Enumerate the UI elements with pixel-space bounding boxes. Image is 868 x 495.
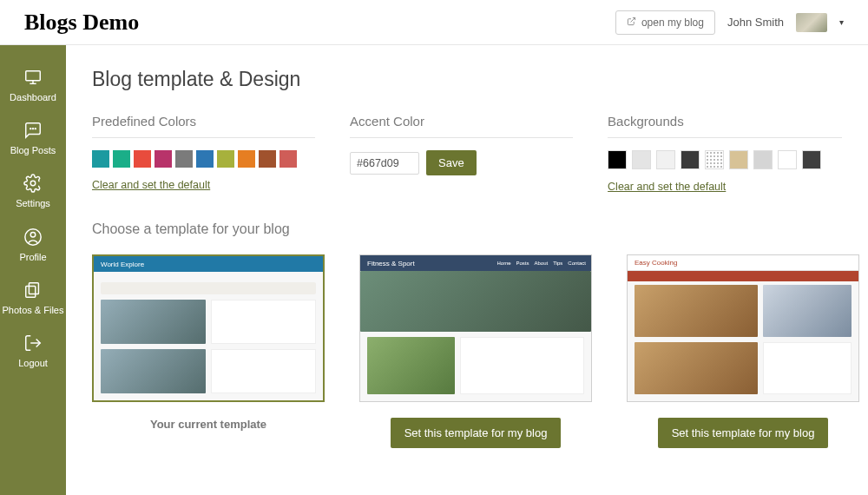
user-menu-caret-icon[interactable]: ▾ <box>839 17 844 27</box>
predefined-color-swatch-3[interactable] <box>155 150 172 168</box>
sidebar-item-label: Settings <box>16 198 50 209</box>
template-thumbnail-3[interactable]: Easy Cooking <box>627 254 859 402</box>
predefined-color-swatch-1[interactable] <box>113 150 130 168</box>
thumb-placeholder <box>101 349 206 393</box>
design-options-row: Predefined Colors Clear and set the defa… <box>92 114 842 194</box>
sidebar: Dashboard Blog Posts Settings Profile Ph… <box>0 45 66 495</box>
thumb-nav: HomePostsAboutTipsContact <box>496 261 586 266</box>
svg-rect-1 <box>26 71 41 81</box>
thumb-title: Easy Cooking <box>628 255 858 271</box>
divider <box>350 137 573 138</box>
thumb-grid <box>101 300 316 393</box>
thumb-subbar <box>628 271 858 281</box>
predefined-color-swatch-8[interactable] <box>259 150 276 168</box>
thumb-placeholder <box>460 337 584 394</box>
background-swatch-2[interactable] <box>656 150 675 169</box>
thumb-placeholder <box>360 271 591 332</box>
header-right: open my blog John Smith ▾ <box>615 10 844 35</box>
main-content: Blog template & Design Predefined Colors… <box>66 45 868 495</box>
background-swatch-5[interactable] <box>729 150 748 169</box>
divider <box>92 137 315 138</box>
predefined-colors-heading: Predefined Colors <box>92 114 315 129</box>
svg-point-5 <box>33 129 34 129</box>
monitor-icon <box>23 68 43 89</box>
thumb-body <box>635 285 852 394</box>
backgrounds-heading: Backgrounds <box>608 114 842 129</box>
sidebar-item-settings[interactable]: Settings <box>0 165 66 218</box>
predefined-color-swatch-9[interactable] <box>279 150 297 168</box>
svg-point-7 <box>30 182 36 187</box>
thumb-placeholder <box>763 342 852 394</box>
open-my-blog-button[interactable]: open my blog <box>615 10 715 35</box>
backgrounds-clear-link[interactable]: Clear and set the default <box>608 181 726 193</box>
predefined-clear-link[interactable]: Clear and set the default <box>92 179 210 191</box>
divider <box>608 137 842 138</box>
background-swatch-4[interactable] <box>705 150 724 169</box>
logo-text: Blogs Demo <box>24 10 139 36</box>
thumb-title: Fitness & Sport HomePostsAboutTipsContac… <box>360 255 591 271</box>
svg-point-4 <box>30 129 31 129</box>
predefined-color-swatch-2[interactable] <box>134 150 151 168</box>
choose-template-heading: Choose a template for your blog <box>92 221 842 237</box>
svg-rect-11 <box>26 286 36 297</box>
thumb-placeholder <box>211 349 316 393</box>
header-username: John Smith <box>727 16 784 29</box>
svg-point-9 <box>30 232 36 237</box>
thumb-placeholder <box>101 300 206 344</box>
background-swatch-7[interactable] <box>778 150 797 169</box>
thumb-placeholder <box>367 337 455 394</box>
chat-icon <box>23 121 43 142</box>
predefined-colors-section: Predefined Colors Clear and set the defa… <box>92 114 315 194</box>
thumb-placeholder <box>101 282 316 294</box>
logout-icon <box>23 333 43 354</box>
sidebar-item-label: Dashboard <box>10 92 56 103</box>
backgrounds-section: Backgrounds Clear and set the default <box>608 114 842 194</box>
predefined-color-swatch-7[interactable] <box>238 150 255 168</box>
sidebar-item-label: Blog Posts <box>10 145 56 156</box>
thumb-title: World Explore <box>94 256 323 272</box>
thumb-below <box>367 337 584 394</box>
sidebar-item-logout[interactable]: Logout <box>0 325 66 378</box>
predefined-color-swatch-6[interactable] <box>217 150 234 168</box>
sidebar-item-profile[interactable]: Profile <box>0 219 66 272</box>
template-thumbnail-1[interactable]: World Explore <box>92 254 325 402</box>
set-template-button-3[interactable]: Set this template for my blog <box>658 418 829 448</box>
sidebar-item-label: Profile <box>19 252 46 263</box>
avatar[interactable] <box>796 13 827 32</box>
sidebar-item-blog-posts[interactable]: Blog Posts <box>0 112 66 165</box>
background-swatch-3[interactable] <box>681 150 700 169</box>
accent-color-row: Save <box>350 150 573 175</box>
predefined-color-swatch-0[interactable] <box>92 150 109 168</box>
accent-color-input[interactable] <box>350 152 419 175</box>
background-swatch-8[interactable] <box>802 150 821 169</box>
background-swatch-0[interactable] <box>608 150 627 169</box>
svg-line-0 <box>630 17 635 22</box>
open-my-blog-label: open my blog <box>641 16 704 29</box>
accent-save-button[interactable]: Save <box>426 150 477 175</box>
external-link-icon <box>627 16 636 29</box>
accent-color-heading: Accent Color <box>350 114 573 129</box>
svg-point-6 <box>35 129 36 129</box>
thumb-placeholder <box>635 342 758 394</box>
thumb-title-text: Fitness & Sport <box>367 260 415 267</box>
sidebar-item-dashboard[interactable]: Dashboard <box>0 59 66 112</box>
background-swatches <box>608 150 842 169</box>
template-thumbnail-2[interactable]: Fitness & Sport HomePostsAboutTipsContac… <box>359 254 592 402</box>
predefined-color-swatch-4[interactable] <box>175 150 193 168</box>
background-swatch-6[interactable] <box>753 150 773 169</box>
user-icon <box>23 228 43 248</box>
template-row: World Explore Your current template Fitn… <box>92 254 842 448</box>
sidebar-item-label: Logout <box>18 358 48 369</box>
predefined-color-swatch-5[interactable] <box>196 150 214 168</box>
sidebar-item-photos-files[interactable]: Photos & Files <box>0 272 66 325</box>
predefined-color-swatches <box>92 150 315 168</box>
accent-color-section: Accent Color Save <box>350 114 573 194</box>
set-template-button-2[interactable]: Set this template for my blog <box>391 418 562 448</box>
background-swatch-1[interactable] <box>632 150 651 169</box>
top-header: Blogs Demo open my blog John Smith ▾ <box>0 0 868 45</box>
thumb-placeholder <box>635 285 758 337</box>
current-template-label: Your current template <box>150 418 266 431</box>
thumb-placeholder <box>211 300 316 344</box>
template-card-3: Easy Cooking Set this template for my bl… <box>627 254 859 448</box>
template-card-2: Fitness & Sport HomePostsAboutTipsContac… <box>359 254 592 448</box>
